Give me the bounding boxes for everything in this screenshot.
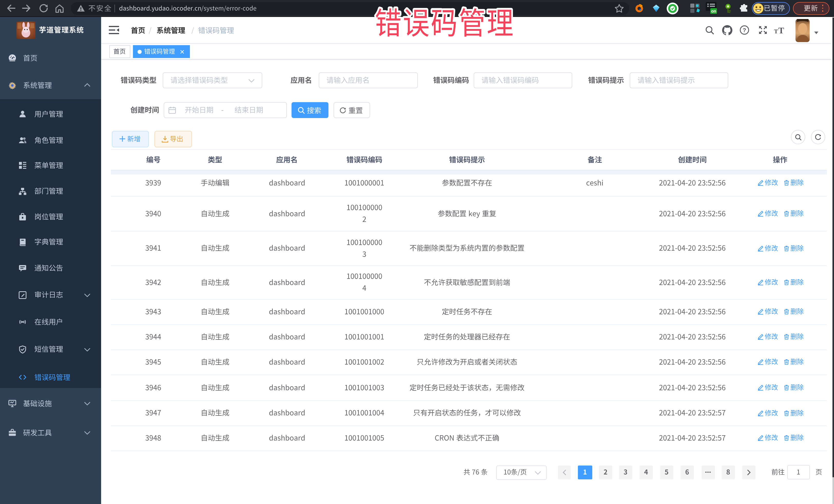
svg-text:T: T (774, 28, 778, 35)
svg-text:T: T (778, 25, 784, 35)
svg-text:on: on (711, 9, 716, 13)
svg-text:?: ? (743, 27, 746, 34)
